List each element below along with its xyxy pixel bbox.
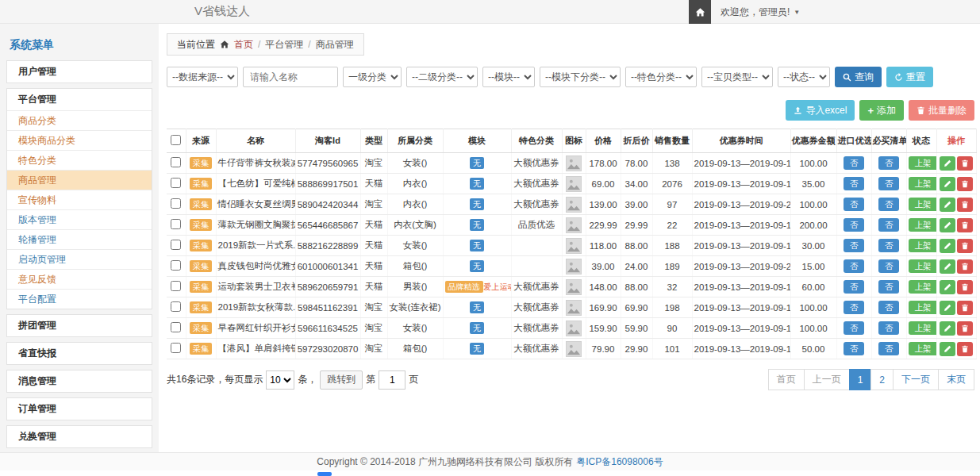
sidebar-subitem[interactable]: 版本管理 (7, 209, 152, 229)
sidebar-subitem[interactable]: 平台配置 (7, 289, 152, 309)
status-toggle[interactable]: 上架 (909, 198, 937, 211)
filter-select[interactable]: --特色分类-- (625, 67, 697, 87)
row-checkbox[interactable] (171, 281, 181, 291)
import-select-toggle[interactable]: 否 (844, 342, 865, 355)
delete-button[interactable] (957, 280, 973, 294)
edit-button[interactable] (940, 218, 955, 232)
status-toggle[interactable]: 上架 (909, 177, 937, 190)
page-button[interactable]: 末页 (938, 369, 974, 390)
edit-button[interactable] (940, 198, 955, 212)
delete-button[interactable] (957, 218, 973, 232)
delete-button[interactable] (957, 342, 973, 356)
sidebar-subitem[interactable]: 轮播管理 (7, 229, 152, 249)
select-all-checkbox[interactable] (171, 135, 181, 145)
edit-button[interactable] (940, 177, 955, 191)
status-toggle[interactable]: 上架 (909, 239, 937, 252)
import-select-toggle[interactable]: 否 (844, 321, 865, 335)
import-select-toggle[interactable]: 否 (844, 239, 865, 252)
status-toggle[interactable]: 上架 (909, 280, 937, 294)
import-select-toggle[interactable]: 否 (844, 198, 865, 211)
must-buy-toggle[interactable]: 否 (878, 198, 900, 211)
sidebar-subitem[interactable]: 宣传物料 (7, 190, 152, 209)
status-toggle[interactable]: 上架 (909, 342, 937, 355)
reset-button[interactable]: 重置 (886, 67, 933, 87)
jump-button[interactable]: 跳转到 (320, 370, 363, 390)
sidebar-item[interactable]: 消息管理 (7, 370, 152, 392)
delete-button[interactable] (957, 301, 973, 315)
sidebar-subitem[interactable]: 商品分类 (7, 110, 152, 130)
sidebar-subitem[interactable]: 特色分类 (7, 150, 152, 170)
page-size-select[interactable]: 10 (266, 370, 294, 390)
sidebar-item[interactable]: 拼团管理 (7, 315, 152, 336)
import-select-toggle[interactable]: 否 (844, 177, 865, 190)
row-checkbox[interactable] (171, 343, 181, 353)
add-button[interactable]: + 添加 (859, 100, 904, 121)
delete-button[interactable] (957, 177, 973, 191)
filter-select[interactable]: --模块下分类-- (540, 67, 621, 87)
icp-link[interactable]: 粤ICP备16098006号 (576, 455, 663, 469)
import-select-toggle[interactable]: 否 (844, 259, 865, 273)
delete-button[interactable] (957, 321, 973, 336)
edit-button[interactable] (940, 259, 955, 274)
scrollbar-thumb[interactable] (317, 472, 332, 476)
sidebar-item[interactable]: 省直快报 (7, 343, 152, 364)
page-button[interactable]: 2 (870, 369, 894, 390)
page-button[interactable]: 1 (849, 369, 872, 390)
delete-button[interactable] (957, 239, 973, 253)
status-toggle[interactable]: 上架 (909, 321, 937, 335)
breadcrumb-home-link[interactable]: 首页 (234, 38, 253, 52)
user-menu[interactable]: 欢迎您，管理员! ▼ (711, 0, 809, 24)
status-toggle[interactable]: 上架 (909, 301, 937, 314)
batch-delete-button[interactable]: 批量删除 (909, 100, 974, 121)
import-select-toggle[interactable]: 否 (844, 280, 865, 294)
must-buy-toggle[interactable]: 否 (878, 259, 900, 273)
filter-select[interactable]: 一级分类 (343, 67, 402, 87)
import-select-toggle[interactable]: 否 (844, 218, 865, 232)
sidebar-subitem[interactable]: 意见反馈 (7, 269, 152, 289)
must-buy-toggle[interactable]: 否 (878, 280, 900, 294)
page-button[interactable]: 下一页 (893, 369, 939, 390)
edit-button[interactable] (940, 239, 955, 253)
must-buy-toggle[interactable]: 否 (878, 177, 900, 190)
row-checkbox[interactable] (171, 219, 181, 229)
row-checkbox[interactable] (171, 260, 181, 271)
import-excel-button[interactable]: 导入excel (786, 100, 855, 121)
row-checkbox[interactable] (171, 240, 181, 250)
delete-button[interactable] (957, 156, 973, 171)
row-checkbox[interactable] (171, 301, 181, 312)
search-button[interactable]: 查询 (835, 67, 882, 87)
status-toggle[interactable]: 上架 (909, 156, 937, 170)
must-buy-toggle[interactable]: 否 (878, 321, 900, 335)
must-buy-toggle[interactable]: 否 (878, 342, 900, 355)
sidebar-item[interactable]: 订单管理 (7, 398, 152, 420)
must-buy-toggle[interactable]: 否 (878, 301, 900, 314)
sidebar-item[interactable]: 兑换管理 (7, 426, 152, 447)
filter-select[interactable]: --模块-- (482, 67, 535, 87)
sidebar-item[interactable]: 用户管理 (7, 61, 152, 83)
edit-button[interactable] (940, 280, 955, 294)
import-select-toggle[interactable]: 否 (844, 301, 865, 314)
edit-button[interactable] (940, 301, 955, 315)
delete-button[interactable] (957, 198, 973, 212)
edit-button[interactable] (940, 342, 955, 356)
delete-button[interactable] (957, 259, 973, 274)
name-search-input[interactable] (243, 67, 338, 87)
must-buy-toggle[interactable]: 否 (878, 239, 900, 252)
status-toggle[interactable]: 上架 (909, 218, 937, 232)
horizontal-scrollbar[interactable] (0, 471, 980, 476)
home-button[interactable] (689, 0, 711, 24)
must-buy-toggle[interactable]: 否 (878, 156, 900, 170)
breadcrumb-item[interactable]: 平台管理 (265, 38, 303, 52)
sidebar-subitem[interactable]: 模块商品分类 (7, 130, 152, 150)
jump-page-input[interactable] (379, 370, 405, 390)
edit-button[interactable] (940, 321, 955, 336)
row-checkbox[interactable] (171, 157, 181, 167)
breadcrumb-item[interactable]: 商品管理 (316, 38, 354, 52)
row-checkbox[interactable] (171, 322, 181, 332)
sidebar-subitem[interactable]: 商品管理 (7, 170, 152, 190)
edit-button[interactable] (940, 156, 955, 171)
import-select-toggle[interactable]: 否 (844, 156, 865, 170)
row-checkbox[interactable] (171, 178, 181, 188)
page-button[interactable]: 上一页 (804, 369, 850, 390)
page-button[interactable]: 首页 (768, 369, 805, 390)
